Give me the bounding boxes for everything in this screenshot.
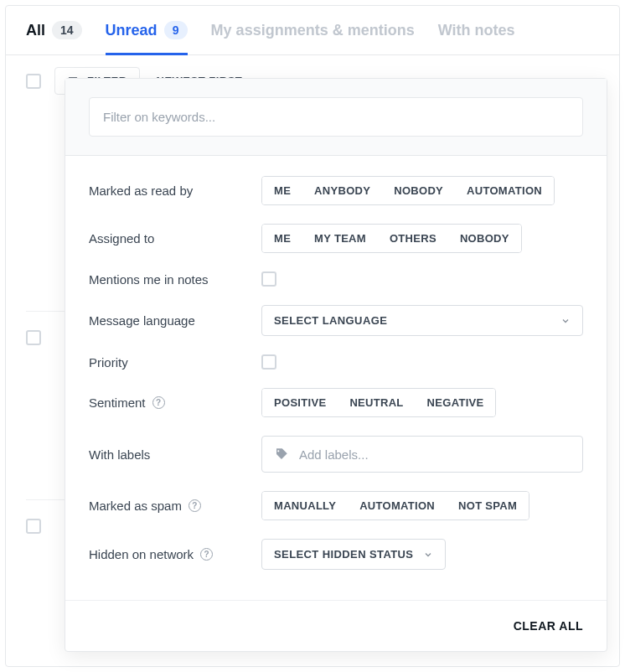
- spam-manually[interactable]: MANUALLY: [262, 492, 348, 520]
- tab-unread[interactable]: Unread 9: [106, 21, 188, 55]
- chevron-down-icon: [423, 550, 433, 560]
- sentiment-positive[interactable]: POSITIVE: [262, 389, 338, 416]
- assigned-nobody[interactable]: NOBODY: [448, 225, 521, 252]
- chevron-down-icon: [560, 316, 571, 326]
- language-select[interactable]: SELECT LANGUAGE: [261, 305, 583, 336]
- help-icon[interactable]: ?: [189, 499, 201, 512]
- assigned-me[interactable]: ME: [262, 225, 302, 252]
- filter-panel: Marked as read by ME ANYBODY NOBODY AUTO…: [65, 78, 607, 652]
- assigned-others[interactable]: OTHERS: [378, 225, 448, 252]
- tab-label: My assignments & mentions: [211, 22, 415, 39]
- row-checkbox[interactable]: [26, 519, 41, 534]
- marked-read-me[interactable]: ME: [262, 177, 302, 204]
- with-labels-input[interactable]: Add labels...: [261, 436, 583, 473]
- tab-label: Unread: [106, 22, 158, 39]
- marked-read-nobody[interactable]: NOBODY: [382, 177, 455, 204]
- spam-segmented: MANUALLY AUTOMATION NOT SPAM: [261, 491, 529, 520]
- language-select-text: SELECT LANGUAGE: [274, 314, 387, 327]
- tag-icon: [274, 447, 289, 462]
- spam-automation[interactable]: AUTOMATION: [348, 492, 447, 520]
- hidden-status-text: SELECT HIDDEN STATUS: [274, 548, 413, 561]
- marked-read-automation[interactable]: AUTOMATION: [455, 177, 554, 204]
- sentiment-segmented: POSITIVE NEUTRAL NEGATIVE: [261, 388, 496, 417]
- filter-body: Marked as read by ME ANYBODY NOBODY AUTO…: [65, 156, 607, 600]
- sentiment-negative[interactable]: NEGATIVE: [416, 389, 496, 416]
- spam-not-spam[interactable]: NOT SPAM: [447, 492, 529, 520]
- tab-label: All: [26, 22, 45, 39]
- tab-count-badge: 14: [52, 21, 82, 39]
- marked-read-anybody[interactable]: ANYBODY: [302, 177, 382, 204]
- with-labels-label: With labels: [89, 447, 261, 462]
- marked-read-label: Marked as read by: [89, 184, 261, 198]
- sentiment-label: Sentiment ?: [89, 395, 261, 410]
- tab-with-notes[interactable]: With notes: [438, 22, 515, 55]
- priority-checkbox[interactable]: [261, 354, 276, 370]
- assigned-to-segmented: ME MY TEAM OTHERS NOBODY: [261, 224, 522, 253]
- tab-all[interactable]: All 14: [26, 21, 82, 55]
- filter-search-section: [65, 79, 607, 156]
- sentiment-neutral[interactable]: NEUTRAL: [338, 389, 415, 416]
- select-all-checkbox[interactable]: [26, 74, 41, 89]
- tab-label: With notes: [438, 22, 515, 39]
- tab-assignments[interactable]: My assignments & mentions: [211, 22, 415, 55]
- message-language-label: Message language: [89, 313, 261, 328]
- priority-label: Priority: [89, 355, 261, 370]
- help-icon[interactable]: ?: [152, 396, 165, 409]
- mentions-me-label: Mentions me in notes: [89, 272, 261, 287]
- filter-keywords-input[interactable]: [89, 97, 583, 137]
- tab-count-badge: 9: [164, 21, 188, 39]
- assigned-to-label: Assigned to: [89, 231, 261, 246]
- mentions-me-checkbox[interactable]: [261, 271, 276, 287]
- hidden-status-select[interactable]: SELECT HIDDEN STATUS: [261, 539, 446, 570]
- filter-footer: CLEAR ALL: [65, 600, 607, 651]
- with-labels-placeholder: Add labels...: [299, 447, 369, 462]
- row-checkbox[interactable]: [26, 330, 41, 345]
- hidden-network-label: Hidden on network ?: [89, 547, 261, 561]
- clear-all-button[interactable]: CLEAR ALL: [514, 619, 583, 633]
- help-icon[interactable]: ?: [200, 548, 213, 561]
- tabs-bar: All 14 Unread 9 My assignments & mention…: [6, 6, 619, 55]
- marked-read-segmented: ME ANYBODY NOBODY AUTOMATION: [261, 176, 555, 205]
- marked-spam-label: Marked as spam ?: [89, 499, 261, 513]
- assigned-my-team[interactable]: MY TEAM: [302, 225, 378, 252]
